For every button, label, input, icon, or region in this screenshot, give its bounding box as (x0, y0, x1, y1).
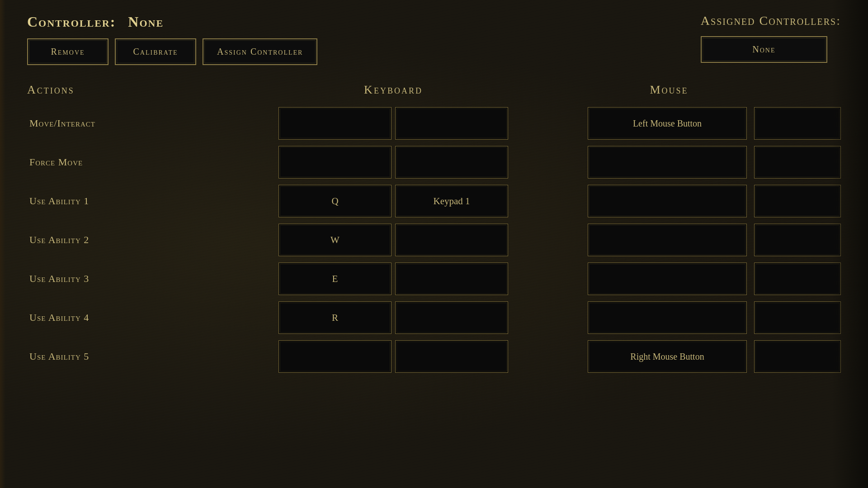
main-button-row: Remove Calibrate Assign Controller (27, 38, 317, 65)
keyboard-cells-2: Q Keypad 1 (199, 185, 588, 217)
key-cell-2-3[interactable] (395, 224, 508, 256)
key-cell-2-5[interactable] (395, 301, 508, 334)
keyboard-cells-3: W (199, 224, 588, 256)
key-cell-2-1[interactable] (395, 146, 508, 178)
page-container: Controller: None Remove Calibrate Assign… (0, 0, 868, 488)
controller-info: Controller: None Remove Calibrate Assign… (27, 14, 317, 65)
key-cell-2-6[interactable] (395, 340, 508, 373)
key-cell-1-6[interactable] (278, 340, 392, 373)
mouse-cell-0[interactable]: Left Mouse Button (588, 107, 747, 140)
assigned-info: Assigned Controllers: None (701, 14, 841, 63)
keyboard-cells-1 (199, 146, 588, 178)
keyboard-cells-5: R (199, 301, 588, 334)
controller-cell-2[interactable] (754, 185, 841, 217)
calibrate-button[interactable]: Calibrate (115, 38, 196, 65)
action-row: Use Ability 1 Q Keypad 1 (27, 183, 841, 219)
mouse-cell-4[interactable] (588, 263, 747, 295)
action-row: Use Ability 5 Right Mouse Button (27, 339, 841, 374)
top-section: Controller: None Remove Calibrate Assign… (27, 14, 841, 65)
key-cell-1-1[interactable] (278, 146, 392, 178)
mouse-cell-5[interactable] (588, 301, 747, 334)
action-row: Use Ability 2 W (27, 222, 841, 258)
keyboard-cells-4: E (199, 263, 588, 295)
assign-controller-button[interactable]: Assign Controller (203, 38, 317, 65)
controller-cell-0[interactable] (754, 107, 841, 140)
col-header-actions: Actions (27, 83, 199, 97)
key-cell-1-3[interactable]: W (278, 224, 392, 256)
action-row: Use Ability 4 R (27, 300, 841, 335)
left-edge-decoration (0, 0, 5, 488)
action-name-3: Use Ability 2 (27, 234, 199, 246)
mouse-cell-3[interactable] (588, 224, 747, 256)
col-header-mouse: Mouse (588, 83, 750, 97)
assigned-button-row: None (701, 36, 827, 63)
key-cell-2-4[interactable] (395, 263, 508, 295)
mouse-cell-6[interactable]: Right Mouse Button (588, 340, 747, 373)
column-headers: Actions Keyboard Mouse (27, 83, 841, 97)
col-header-controller (750, 83, 841, 97)
controller-label-text: Controller: (27, 14, 116, 30)
controller-value: None (128, 14, 164, 30)
keyboard-cells-6 (199, 340, 588, 373)
controller-label: Controller: None (27, 14, 317, 30)
action-name-1: Force Move (27, 156, 199, 168)
action-row: Move/Interact Left Mouse Button (27, 106, 841, 141)
keyboard-cells-0 (199, 107, 588, 140)
right-overflow (832, 0, 868, 488)
main-content: Actions Keyboard Mouse Move/Interact Lef… (27, 83, 841, 378)
controller-cell-6[interactable] (754, 340, 841, 373)
key-cell-1-4[interactable]: E (278, 263, 392, 295)
action-name-5: Use Ability 4 (27, 312, 199, 324)
key-cell-2-0[interactable] (395, 107, 508, 140)
controller-cell-3[interactable] (754, 224, 841, 256)
key-cell-1-5[interactable]: R (278, 301, 392, 334)
mouse-cell-1[interactable] (588, 146, 747, 178)
assigned-label: Assigned Controllers: (701, 14, 841, 28)
key-cell-1-2[interactable]: Q (278, 185, 392, 217)
col-header-keyboard: Keyboard (199, 83, 588, 97)
action-rows-container: Move/Interact Left Mouse Button Force Mo… (27, 106, 841, 378)
controller-cell-1[interactable] (754, 146, 841, 178)
action-name-0: Move/Interact (27, 117, 199, 129)
mouse-cell-2[interactable] (588, 185, 747, 217)
remove-button[interactable]: Remove (27, 38, 108, 65)
action-name-6: Use Ability 5 (27, 351, 199, 362)
action-row: Force Move (27, 145, 841, 180)
action-name-4: Use Ability 3 (27, 273, 199, 285)
controller-cell-4[interactable] (754, 263, 841, 295)
action-row: Use Ability 3 E (27, 261, 841, 296)
action-name-2: Use Ability 1 (27, 195, 199, 207)
assigned-none-button[interactable]: None (701, 36, 827, 63)
key-cell-1-0[interactable] (278, 107, 392, 140)
controller-cell-5[interactable] (754, 301, 841, 334)
key-cell-2-2[interactable]: Keypad 1 (395, 185, 508, 217)
